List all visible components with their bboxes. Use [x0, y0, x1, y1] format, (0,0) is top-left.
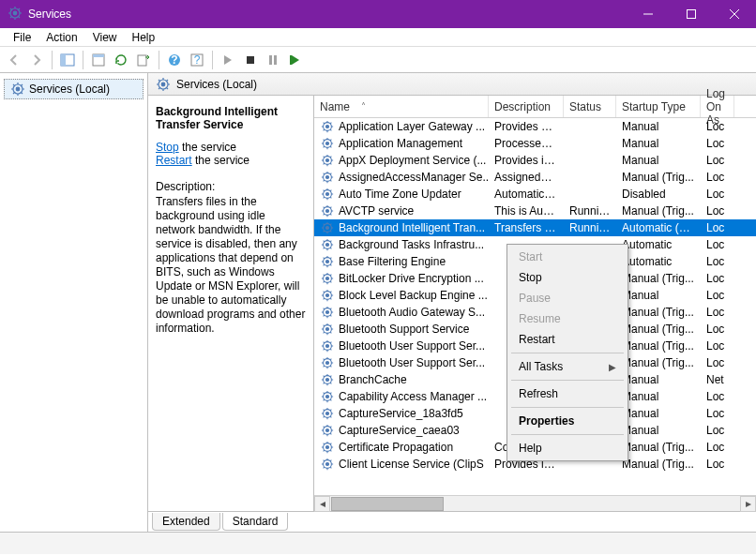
gear-icon — [10, 82, 25, 97]
menu-file[interactable]: File — [6, 29, 38, 46]
properties-button[interactable] — [88, 50, 109, 70]
service-name: Background Intelligent Tran... — [339, 221, 485, 234]
scroll-thumb[interactable] — [331, 497, 444, 511]
context-menu: Start Stop Pause Resume Restart All Task… — [507, 244, 628, 461]
service-logon: Loc — [701, 441, 734, 454]
service-desc: Automatica... — [489, 188, 564, 201]
start-service-button[interactable] — [218, 50, 238, 70]
menu-bar: File Action View Help — [0, 28, 756, 47]
service-startup: Automatic (D... — [616, 221, 701, 234]
help2-button[interactable]: ? — [187, 50, 207, 70]
gear-icon — [320, 238, 335, 251]
column-headers: Name Description Status Startup Type Log… — [314, 96, 756, 118]
table-row[interactable]: AppX Deployment Service (...Provides inf… — [314, 152, 756, 169]
service-desc: Provides su... — [489, 120, 564, 133]
service-logon: Loc — [701, 255, 734, 268]
scroll-right-button[interactable]: ▸ — [740, 496, 756, 512]
ctx-properties[interactable]: Properties — [509, 411, 626, 431]
scrollbar-horizontal[interactable]: ◂ ▸ — [314, 495, 756, 511]
service-status: Running — [564, 221, 616, 234]
app-icon — [8, 6, 23, 23]
col-name[interactable]: Name — [314, 96, 489, 117]
ctx-refresh[interactable]: Refresh — [509, 383, 626, 404]
table-row[interactable]: AssignedAccessManager Se...AssignedAc...… — [314, 169, 756, 186]
service-name: Background Tasks Infrastru... — [339, 238, 484, 251]
gear-icon — [320, 441, 335, 454]
service-startup: Manual (Trig... — [616, 356, 701, 369]
restart-link[interactable]: Restart — [156, 154, 192, 167]
gear-icon — [320, 373, 335, 386]
forward-button[interactable] — [26, 50, 47, 70]
desc-text: Transfers files in the background using … — [156, 195, 306, 336]
close-button[interactable] — [713, 0, 756, 28]
separator — [511, 353, 624, 353]
service-logon: Loc — [701, 171, 734, 184]
col-startup[interactable]: Startup Type — [616, 96, 701, 117]
table-row[interactable]: Background Intelligent Tran...Transfers … — [314, 219, 756, 236]
service-logon: Loc — [701, 204, 734, 218]
table-row[interactable]: Application Layer Gateway ...Provides su… — [314, 118, 756, 135]
gear-icon — [320, 171, 335, 184]
table-row[interactable]: Application ManagementProcesses in...Man… — [314, 135, 756, 152]
col-description[interactable]: Description — [489, 96, 564, 117]
restart-service-button[interactable] — [285, 50, 306, 70]
stop-service-button[interactable] — [240, 50, 261, 70]
col-logon[interactable]: Log On As — [701, 96, 734, 117]
service-logon: Loc — [701, 424, 734, 437]
restart-line: Restart the service — [156, 154, 306, 167]
service-name: Bluetooth Support Service — [339, 323, 469, 336]
service-logon: Loc — [701, 458, 734, 471]
table-row[interactable]: AVCTP serviceThis is Audi...RunningManua… — [314, 203, 756, 219]
export-button[interactable] — [133, 50, 154, 70]
service-name: BranchCache — [339, 373, 407, 386]
menu-action[interactable]: Action — [38, 29, 84, 46]
gear-icon — [320, 407, 335, 420]
right-header: Services (Local) — [148, 73, 756, 96]
svg-rect-4 — [61, 54, 66, 66]
service-startup: Manual — [616, 373, 701, 386]
ctx-help[interactable]: Help — [509, 438, 626, 458]
minimize-button[interactable] — [627, 0, 670, 28]
service-logon: Loc — [701, 272, 734, 285]
col-status[interactable]: Status — [564, 96, 616, 117]
gear-icon — [320, 390, 335, 403]
gear-icon — [320, 272, 335, 285]
service-logon: Loc — [701, 356, 734, 369]
menu-view[interactable]: View — [85, 29, 125, 46]
service-startup: Manual — [616, 289, 701, 302]
maximize-button[interactable] — [670, 0, 713, 28]
scroll-left-button[interactable]: ◂ — [314, 496, 330, 512]
table-row[interactable]: Auto Time Zone UpdaterAutomatica...Disab… — [314, 186, 756, 203]
service-name: AVCTP service — [339, 204, 414, 218]
service-desc: Transfers fil... — [489, 221, 564, 234]
ctx-restart[interactable]: Restart — [509, 329, 626, 350]
tab-standard[interactable]: Standard — [222, 513, 289, 531]
ctx-all-tasks[interactable]: All Tasks▶ — [509, 356, 626, 377]
service-logon: Loc — [701, 323, 734, 336]
help-button[interactable]: ? — [164, 50, 185, 70]
detail-title: Background Intelligent Transfer Service — [156, 105, 306, 131]
gear-icon — [320, 204, 335, 218]
ctx-resume: Resume — [509, 308, 626, 329]
gear-icon — [320, 339, 335, 353]
ctx-pause: Pause — [509, 288, 626, 308]
svg-rect-13 — [269, 55, 272, 65]
show-hide-tree-button[interactable] — [57, 50, 78, 70]
separator — [212, 51, 213, 69]
stop-line: Stop the service — [156, 141, 306, 154]
service-name: Client License Service (ClipS — [339, 458, 484, 471]
service-name: Application Layer Gateway ... — [339, 120, 485, 133]
service-startup: Manual (Trig... — [616, 204, 701, 218]
gear-icon — [320, 255, 335, 268]
pause-service-button[interactable] — [263, 50, 283, 70]
service-logon: Loc — [701, 407, 734, 420]
stop-link[interactable]: Stop — [156, 141, 179, 154]
service-logon: Loc — [701, 221, 734, 234]
refresh-button[interactable] — [111, 50, 131, 70]
tab-extended[interactable]: Extended — [152, 513, 220, 531]
service-desc: Provides inf... — [489, 154, 564, 167]
menu-help[interactable]: Help — [125, 29, 163, 46]
tree-root-services-local[interactable]: Services (Local) — [4, 79, 144, 99]
ctx-stop[interactable]: Stop — [509, 267, 626, 288]
back-button[interactable] — [4, 50, 24, 70]
